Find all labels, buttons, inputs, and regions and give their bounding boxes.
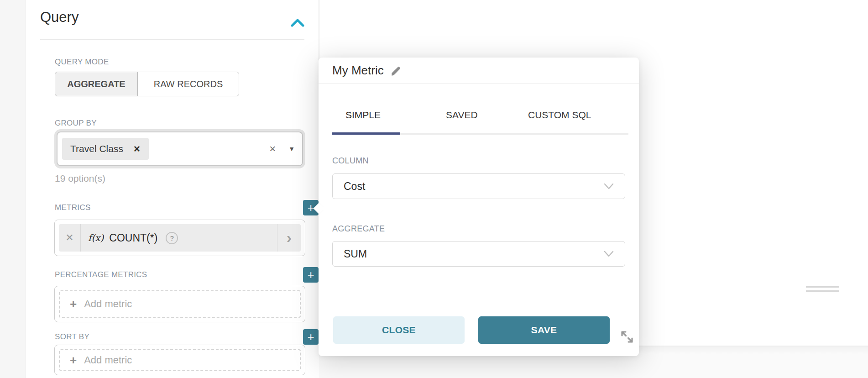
metric-title: My Metric bbox=[332, 63, 384, 78]
sort-by-label: SORT BY bbox=[55, 332, 89, 341]
close-button[interactable]: CLOSE bbox=[333, 316, 465, 344]
metrics-label: METRICS bbox=[55, 203, 91, 212]
metric-expand-chevron-icon[interactable]: › bbox=[277, 224, 301, 252]
query-mode-raw-records-button[interactable]: RAW RECORDS bbox=[138, 72, 239, 96]
group-by-options-count: 19 option(s) bbox=[55, 173, 105, 184]
query-section-title: Query bbox=[40, 9, 78, 26]
tab-bar-rail bbox=[400, 133, 628, 135]
metric-remove-icon[interactable]: ✕ bbox=[59, 224, 81, 252]
save-button[interactable]: SAVE bbox=[478, 316, 610, 344]
active-tab-underline bbox=[332, 132, 400, 135]
add-metric-placeholder: Add metric bbox=[84, 354, 132, 366]
explore-screen: Query QUERY MODE AGGREGATE RAW RECORDS G… bbox=[0, 0, 868, 378]
query-mode-aggregate-button[interactable]: AGGREGATE bbox=[55, 72, 138, 96]
select-clear-icon[interactable]: × bbox=[269, 143, 276, 154]
resize-handle-bar bbox=[806, 290, 839, 292]
chevron-up-icon[interactable] bbox=[291, 18, 304, 28]
group-by-label: GROUP BY bbox=[55, 119, 97, 128]
help-icon[interactable]: ? bbox=[166, 232, 178, 244]
plus-icon: + bbox=[70, 298, 77, 310]
query-section-divider bbox=[40, 39, 304, 40]
aggregate-select[interactable]: SUM bbox=[332, 241, 625, 267]
popover-header: My Metric bbox=[319, 58, 639, 84]
tab-simple[interactable]: SIMPLE bbox=[345, 110, 381, 121]
percentage-metrics-field: + Add metric bbox=[54, 286, 305, 322]
left-gutter bbox=[0, 0, 26, 378]
add-percentage-metric-dropzone[interactable]: + Add metric bbox=[59, 290, 301, 318]
add-metric-placeholder: Add metric bbox=[84, 298, 132, 310]
group-by-tag-label: Travel Class bbox=[70, 143, 123, 154]
aggregate-label: AGGREGATE bbox=[332, 224, 385, 234]
add-sort-metric-button[interactable]: + bbox=[303, 329, 319, 345]
plus-icon: + bbox=[70, 354, 77, 366]
group-by-select[interactable]: Travel Class ✕ × ▼ bbox=[57, 131, 303, 166]
percentage-metrics-label: PERCENTAGE METRICS bbox=[55, 270, 147, 279]
chevron-down-icon bbox=[604, 183, 614, 189]
aggregate-value: SUM bbox=[344, 248, 367, 260]
add-sort-metric-dropzone[interactable]: + Add metric bbox=[59, 349, 301, 371]
tab-custom-sql[interactable]: CUSTOM SQL bbox=[528, 110, 591, 121]
query-mode-label: QUERY MODE bbox=[55, 58, 109, 67]
add-percentage-metric-button[interactable]: + bbox=[303, 267, 319, 283]
resize-expand-icon[interactable] bbox=[620, 330, 634, 344]
chevron-down-icon bbox=[604, 251, 614, 257]
column-value: Cost bbox=[344, 180, 365, 193]
sort-by-field: + Add metric bbox=[54, 345, 305, 375]
panel-resize-handle[interactable] bbox=[806, 286, 839, 292]
group-by-tag[interactable]: Travel Class ✕ bbox=[62, 138, 149, 160]
select-caret-down-icon[interactable]: ▼ bbox=[288, 145, 295, 152]
metrics-field: ✕ f(x) COUNT(*) ? › bbox=[54, 220, 305, 256]
tag-remove-icon[interactable]: ✕ bbox=[133, 144, 141, 154]
tab-saved[interactable]: SAVED bbox=[446, 110, 478, 121]
function-icon: f(x) bbox=[88, 232, 104, 243]
column-label: COLUMN bbox=[332, 156, 369, 166]
resize-handle-bar bbox=[806, 286, 839, 288]
metric-editor-popover: My Metric SIMPLE SAVED CUSTOM SQL COLUMN… bbox=[319, 58, 639, 356]
edit-pencil-icon[interactable] bbox=[390, 64, 403, 77]
column-select[interactable]: Cost bbox=[332, 173, 625, 199]
metric-pill-count[interactable]: ✕ f(x) COUNT(*) ? › bbox=[59, 224, 301, 252]
query-mode-toggle: AGGREGATE RAW RECORDS bbox=[55, 72, 239, 96]
metric-name: COUNT(*) bbox=[109, 232, 157, 244]
